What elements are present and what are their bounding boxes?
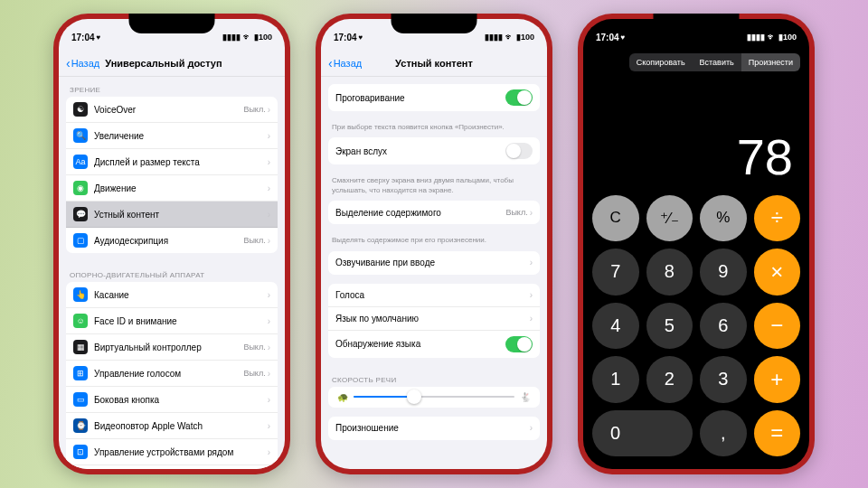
row-default-language[interactable]: Язык по умолчанию › — [328, 307, 540, 331]
calc-multiply[interactable]: × — [754, 249, 801, 296]
row-value: Выкл. — [243, 236, 265, 245]
chevron-right-icon: › — [268, 105, 270, 115]
context-menu: Скопировать Вставить Произнести — [583, 50, 809, 71]
calc-clear[interactable]: C — [592, 195, 639, 242]
row-icon: 💬 — [73, 207, 88, 221]
row-typing-feedback[interactable]: Озвучивание при вводе › — [328, 251, 540, 275]
row-icon: ◉ — [73, 181, 88, 195]
settings-row[interactable]: ▢АудиодескрипцияВыкл.› — [66, 228, 278, 253]
chevron-right-icon: › — [530, 208, 533, 218]
speech-rate-slider[interactable]: 🐢 🐇 — [328, 387, 540, 408]
chevron-right-icon: › — [268, 210, 270, 220]
heart-icon: ♥ — [97, 33, 101, 42]
battery-icon: ▮100 — [778, 33, 797, 42]
row-value: Выкл. — [243, 369, 265, 378]
phone-spoken-content: 17:04♥ ▮▮▮▮ᯤ▮100 ‹Назад Устный контент П… — [316, 14, 552, 474]
navbar: ‹Назад Универсальный доступ — [59, 50, 285, 77]
chevron-right-icon: › — [268, 447, 270, 457]
section-header-motor: ОПОРНО-ДВИГАТЕЛЬНЫЙ АППАРАТ — [59, 262, 285, 282]
battery-icon: ▮100 — [254, 33, 272, 42]
phone-calculator: 17:04♥ ▮▮▮▮ᯤ▮100 Скопировать Вставить Пр… — [578, 14, 815, 474]
settings-row[interactable]: ⌚Видеоповтор Apple Watch› — [66, 413, 278, 439]
row-icon: ☺ — [73, 314, 88, 328]
calc-decimal[interactable]: , — [700, 410, 747, 457]
row-icon: 👆 — [73, 287, 88, 302]
calc-sign[interactable]: ⁺∕₋ — [646, 195, 693, 242]
row-icon: Aa — [73, 155, 88, 169]
settings-row[interactable]: ◉Движение› — [66, 175, 278, 202]
wifi-icon: ᯤ — [768, 33, 776, 42]
row-voices[interactable]: Голоса › — [328, 284, 540, 307]
calc-9[interactable]: 9 — [700, 249, 747, 296]
row-icon: ⊡ — [73, 445, 88, 459]
chevron-right-icon: › — [530, 258, 533, 267]
settings-row[interactable]: ▯Пульт Apple TV› — [66, 465, 278, 469]
note: Смахните сверху экрана вниз двумя пальца… — [321, 174, 547, 201]
calc-7[interactable]: 7 — [592, 249, 639, 296]
calc-3[interactable]: 3 — [700, 356, 747, 403]
rabbit-icon: 🐇 — [520, 392, 531, 402]
settings-row[interactable]: 🔍Увеличение› — [66, 123, 278, 149]
calc-percent[interactable]: % — [700, 195, 747, 242]
toggle-speak-selection[interactable] — [505, 89, 533, 106]
chevron-right-icon: › — [268, 236, 270, 246]
row-highlight-content[interactable]: Выделение содержимого Выкл. › — [328, 201, 540, 224]
row-speak-screen[interactable]: Экран вслух — [328, 137, 540, 164]
chevron-right-icon: › — [268, 421, 270, 431]
chevron-left-icon: ‹ — [66, 56, 71, 70]
calc-2[interactable]: 2 — [646, 356, 693, 403]
calc-4[interactable]: 4 — [592, 303, 639, 350]
settings-row[interactable]: ☯VoiceOverВыкл.› — [66, 97, 278, 123]
signal-icon: ▮▮▮▮ — [747, 33, 765, 42]
row-detect-language[interactable]: Обнаружение языка — [328, 331, 540, 358]
row-speak-selection[interactable]: Проговаривание — [328, 84, 540, 111]
settings-row[interactable]: ▭Боковая кнопка› — [66, 387, 278, 413]
chevron-right-icon: › — [268, 131, 270, 141]
back-button[interactable]: ‹Назад — [66, 56, 99, 70]
settings-row[interactable]: ⊡Управление устройствами рядом› — [66, 439, 278, 465]
toggle-speak-screen[interactable] — [505, 143, 533, 159]
row-label: Боковая кнопка — [94, 395, 268, 405]
calc-divide[interactable]: ÷ — [754, 195, 801, 242]
row-label: Движение — [94, 183, 268, 193]
back-button[interactable]: ‹Назад — [328, 56, 362, 70]
calc-equals[interactable]: = — [754, 410, 801, 457]
slider-thumb[interactable] — [407, 389, 421, 404]
settings-row[interactable]: ☺Face ID и внимание› — [66, 308, 278, 334]
chevron-left-icon: ‹ — [328, 56, 333, 70]
calc-add[interactable]: + — [754, 356, 801, 403]
settings-row[interactable]: ⊞Управление голосомВыкл.› — [66, 361, 278, 387]
row-icon: ⊞ — [73, 366, 88, 380]
calc-subtract[interactable]: − — [754, 303, 801, 350]
chevron-right-icon: › — [268, 343, 270, 352]
calculator-display[interactable]: 78 — [583, 71, 809, 195]
row-label: Увеличение — [94, 131, 268, 141]
section-header-speed: СКОРОСТЬ РЕЧИ — [321, 367, 547, 387]
chevron-right-icon: › — [268, 369, 270, 379]
row-icon: 🔍 — [73, 128, 88, 143]
chevron-right-icon: › — [268, 183, 270, 193]
menu-speak[interactable]: Произнести — [741, 53, 800, 71]
calculator-keypad: C ⁺∕₋ % ÷ 7 8 9 × 4 5 6 − 1 2 3 + 0 , = — [583, 195, 809, 470]
calc-0[interactable]: 0 — [592, 410, 693, 457]
motor-group: 👆Касание›☺Face ID и внимание›▦Виртуальны… — [66, 282, 278, 469]
settings-row[interactable]: 👆Касание› — [66, 282, 278, 308]
settings-row[interactable]: 💬Устный контент› — [66, 202, 278, 228]
menu-paste[interactable]: Вставить — [693, 53, 741, 71]
settings-row[interactable]: ▦Виртуальный контроллерВыкл.› — [66, 334, 278, 361]
calc-6[interactable]: 6 — [700, 303, 747, 350]
settings-content[interactable]: ЗРЕНИЕ ☯VoiceOverВыкл.›🔍Увеличение›AaДис… — [59, 77, 285, 469]
row-pronunciation[interactable]: Произношение › — [328, 417, 540, 440]
calc-8[interactable]: 8 — [646, 249, 693, 296]
settings-row[interactable]: AaДисплей и размер текста› — [66, 149, 278, 175]
row-icon: ▦ — [73, 340, 88, 354]
navbar: ‹Назад Устный контент — [321, 50, 547, 77]
calc-5[interactable]: 5 — [646, 303, 693, 350]
calc-1[interactable]: 1 — [592, 356, 639, 403]
toggle-detect-language[interactable] — [505, 336, 533, 352]
settings-content[interactable]: Проговаривание При выборе текста появитс… — [321, 77, 547, 469]
menu-copy[interactable]: Скопировать — [629, 53, 693, 71]
row-label: VoiceOver — [94, 105, 243, 115]
page-title: Устный контент — [395, 58, 473, 69]
phone-accessibility: 17:04♥ ▮▮▮▮ᯤ▮100 ‹Назад Универсальный до… — [53, 14, 290, 474]
